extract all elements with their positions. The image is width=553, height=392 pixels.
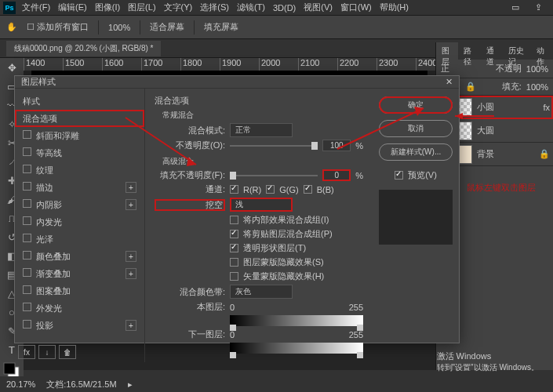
pane-header: 混合选项 — [155, 95, 363, 107]
ruler-h: 1400150016001700180019002000210022002300… — [24, 58, 435, 71]
menu-image[interactable]: 图像(I) — [95, 2, 120, 13]
menu-help[interactable]: 帮助(H) — [380, 2, 409, 13]
underlying-slider[interactable] — [230, 343, 363, 354]
windows-watermark: 激活 Windows 转到"设置"以激活 Windows。 — [437, 350, 539, 373]
transparency-shapes-check[interactable] — [230, 244, 238, 252]
tab-paths[interactable]: 路径 — [458, 42, 480, 60]
style-color-overlay[interactable]: 颜色叠加+ — [15, 248, 144, 265]
menu-window[interactable]: 窗口(W) — [340, 2, 372, 13]
blend-clipped-check[interactable] — [230, 230, 238, 238]
style-outer-glow[interactable]: 外发光 — [15, 299, 144, 317]
menu-3d[interactable]: 3D(D) — [273, 3, 296, 13]
close-icon[interactable]: ✕ — [446, 77, 453, 87]
tab-history[interactable]: 历史记 — [503, 42, 531, 60]
channel-g-check[interactable] — [266, 185, 275, 194]
menu-layer[interactable]: 图层(L) — [128, 2, 155, 13]
adv-header: 高级混合 — [162, 156, 363, 167]
menu-file[interactable]: 文件(F) — [22, 2, 50, 13]
blend-if-select[interactable]: 灰色 — [230, 285, 293, 299]
tab-layers[interactable]: 图层 — [436, 42, 458, 60]
menu-filter[interactable]: 滤镜(T) — [237, 2, 265, 13]
annotation-text: 鼠标左键双击图层 — [467, 182, 536, 194]
options-bar: ✋ ☐ 添加所有窗口 100% 适合屏幕 填充屏幕 — [0, 16, 553, 39]
style-texture[interactable]: 纹理 — [15, 162, 144, 179]
style-contour[interactable]: 等高线 — [15, 144, 144, 162]
share-icon[interactable]: ⇪ — [535, 2, 542, 13]
fill-opacity-input[interactable]: 0 — [322, 169, 351, 181]
menu-type[interactable]: 文字(Y) — [164, 2, 193, 13]
layer-name: 大圆 — [477, 125, 494, 136]
opacity-input[interactable]: 100 — [322, 140, 351, 151]
layer-name: 小圆 — [477, 101, 494, 113]
preview-swatch — [379, 190, 453, 245]
dialog-buttons: 确定 取消 新建样式(W)... 预览(V) — [373, 89, 459, 362]
layer-name: 背景 — [477, 148, 494, 160]
ok-button[interactable]: 确定 — [379, 96, 453, 114]
style-drop-shadow[interactable]: 投影+ — [15, 317, 144, 334]
tab-channels[interactable]: 通道 — [481, 42, 503, 60]
fill-screen[interactable]: 填充屏幕 — [204, 21, 238, 33]
doc-tab[interactable]: 线稿0000.png @ 20.2% (小圆, RGB/8) * — [6, 41, 161, 56]
style-inner-glow[interactable]: 内发光 — [15, 213, 144, 230]
dialog-title: 图层样式 — [21, 76, 56, 88]
style-satin[interactable]: 光泽 — [15, 230, 144, 248]
fit-screen[interactable]: 适合屏幕 — [150, 21, 184, 33]
blend-options-pane: 混合选项 常规混合 混合模式:正常 不透明度(O):100% 高级混合 填充不透… — [145, 89, 373, 362]
trash-icon[interactable]: 🗑 — [59, 345, 76, 359]
zoom-100[interactable]: 100% — [108, 23, 130, 32]
styles-header: 样式 — [15, 93, 144, 110]
search-icon[interactable]: ▭ — [511, 2, 519, 13]
scroll-all-check[interactable]: ☐ 添加所有窗口 — [27, 21, 89, 33]
preview-check[interactable] — [395, 171, 403, 180]
style-pattern-overlay[interactable]: 图案叠加 — [15, 282, 144, 299]
menu-edit[interactable]: 编辑(E) — [58, 2, 87, 13]
style-gradient-overlay[interactable]: 渐变叠加+ — [15, 265, 144, 282]
sub-header: 常规混合 — [162, 110, 363, 121]
ps-logo: Ps — [3, 2, 16, 14]
style-blending-options[interactable]: 混合选项 — [15, 110, 144, 127]
fx-menu-icon[interactable]: fx — [18, 345, 35, 359]
lock-icon[interactable]: 🔒 — [465, 82, 476, 92]
tab-actions[interactable]: 动作 — [531, 42, 553, 60]
fill-opacity-slider[interactable] — [230, 172, 318, 180]
blend-mode-select[interactable]: 正 — [441, 63, 449, 74]
lock-icon: 🔒 — [539, 149, 550, 159]
styles-list: 样式 混合选项 斜面和浮雕 等高线 纹理 描边+ 内阴影+ 内发光 光泽 颜色叠… — [15, 89, 145, 362]
style-inner-shadow[interactable]: 内阴影+ — [15, 196, 144, 213]
channel-r-check[interactable] — [230, 185, 238, 194]
hand-icon[interactable]: ✋ — [6, 22, 17, 32]
status-doc: 文档:16.5M/21.5M — [46, 379, 116, 390]
channel-b-check[interactable] — [304, 185, 312, 194]
svg-rect-1 — [4, 363, 15, 374]
vector-mask-hides-check[interactable] — [230, 272, 238, 281]
opacity-slider[interactable] — [230, 142, 318, 150]
style-stroke[interactable]: 描边+ — [15, 179, 144, 196]
move-tool-icon[interactable]: ✥ — [0, 58, 24, 77]
menu-select[interactable]: 选择(S) — [200, 2, 229, 13]
menu-bar: Ps 文件(F) 编辑(E) 图像(I) 图层(L) 文字(Y) 选择(S) 滤… — [0, 0, 553, 16]
layer-style-dialog: 图层样式 ✕ 样式 混合选项 斜面和浮雕 等高线 纹理 描边+ 内阴影+ 内发光… — [14, 75, 460, 343]
blend-interior-check[interactable] — [230, 216, 238, 224]
layer-mask-hides-check[interactable] — [230, 258, 238, 267]
status-bar: 20.17% 文档:16.5M/21.5M ▸ — [0, 376, 139, 392]
this-layer-slider[interactable] — [230, 315, 363, 326]
status-zoom: 20.17% — [6, 379, 35, 389]
menu-view[interactable]: 视图(V) — [304, 2, 333, 13]
knockout-select[interactable]: 浅 — [230, 198, 293, 212]
cancel-button[interactable]: 取消 — [379, 120, 453, 137]
new-style-button[interactable]: 新建样式(W)... — [379, 143, 453, 161]
opacity-value[interactable]: 100% — [526, 64, 548, 74]
fill-value[interactable]: 100% — [526, 82, 548, 92]
down-icon[interactable]: ↓ — [38, 345, 56, 359]
fx-icon[interactable]: fx — [543, 103, 550, 112]
style-bevel[interactable]: 斜面和浮雕 — [15, 127, 144, 144]
blend-mode-select[interactable]: 正常 — [230, 123, 293, 137]
